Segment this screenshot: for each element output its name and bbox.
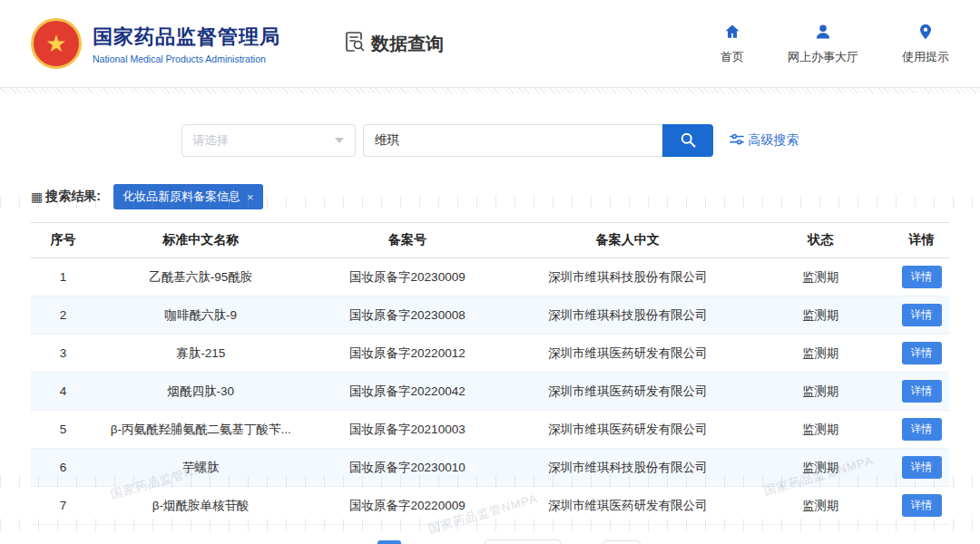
table-row: 1 乙酰基六肽-95酰胺 国妆原备字20230009 深圳市维琪科技股份有限公司… (31, 258, 949, 296)
cell-name: 芋螺肽 (95, 449, 307, 487)
filter-tag: 化妆品新原料备案信息 × (113, 184, 263, 209)
section-title: 数据查询 (342, 30, 444, 58)
nav-item-label: 网上办事大厅 (788, 49, 858, 65)
cell-registrant: 深圳市维琪科技股份有限公司 (508, 258, 747, 296)
cell-index: 5 (31, 411, 95, 449)
column-header-index: 序号 (31, 223, 95, 258)
header: ★ 国家药品监督管理局 National Medical Products Ad… (0, 0, 980, 87)
detail-button[interactable]: 详情 (902, 456, 942, 479)
section-title-label: 数据查询 (371, 32, 444, 56)
nav-item-label: 使用提示 (902, 49, 949, 65)
cell-status: 监测期 (747, 487, 894, 525)
cell-reg-no: 国妆原备字20230008 (307, 296, 509, 335)
cell-index: 6 (31, 449, 95, 487)
chevron-down-icon (335, 138, 344, 143)
cell-registrant: 深圳市维琪科技股份有限公司 (508, 449, 747, 487)
cell-status: 监测期 (747, 373, 894, 411)
detail-button[interactable]: 详情 (902, 304, 942, 326)
cell-registrant: 深圳市维琪医药研发有限公司 (508, 411, 747, 449)
cell-reg-no: 国妆原备字20230010 (307, 449, 509, 487)
column-header-registrant: 备案人中文 (508, 223, 747, 258)
cell-registrant: 深圳市维琪医药研发有限公司 (508, 335, 747, 373)
results-row: ▦ 搜索结果: 化妆品新原料备案信息 × (31, 184, 949, 209)
pagination: 说明 < 1 > 共 7 条 10条/页 前往 页 (0, 539, 980, 544)
cell-name: 烟酰四肽-30 (95, 373, 307, 411)
detail-button[interactable]: 详情 (902, 418, 942, 441)
category-select[interactable]: 请选择 (181, 124, 356, 157)
table-header: 序号 标准中文名称 备案号 备案人中文 状态 详情 (31, 223, 949, 258)
cell-status: 监测期 (747, 258, 894, 296)
cell-status: 监测期 (747, 449, 894, 487)
cell-registrant: 深圳市维琪科技股份有限公司 (508, 296, 747, 335)
column-header-name: 标准中文名称 (95, 223, 307, 258)
pin-icon (916, 23, 935, 44)
cell-reg-no: 国妆原备字20220042 (307, 373, 509, 411)
top-nav: 首页 网上办事大厅 使用提示 (720, 23, 949, 65)
user-icon (814, 23, 832, 44)
filter-tag-label: 化妆品新原料备案信息 (122, 189, 240, 205)
cell-reg-no: 国妆原备字20210003 (307, 411, 509, 449)
nav-item-usage-tips[interactable]: 使用提示 (902, 23, 949, 65)
filter-sliders-icon (730, 132, 744, 150)
cell-name: β-烟酰胺单核苷酸 (95, 487, 307, 525)
cell-index: 4 (31, 373, 95, 411)
emblem-star-icon: ★ (45, 32, 66, 55)
cell-index: 3 (31, 335, 95, 373)
nav-item-label: 首页 (720, 49, 744, 65)
nav-item-home[interactable]: 首页 (720, 23, 744, 65)
detail-button[interactable]: 详情 (902, 494, 942, 517)
org-title-block: 国家药品监督管理局 National Medical Products Admi… (93, 24, 280, 64)
cell-name: 咖啡酰六肽-9 (95, 296, 307, 335)
cell-registrant: 深圳市维琪医药研发有限公司 (508, 373, 747, 411)
tag-close-icon[interactable]: × (247, 190, 254, 204)
results-label: 搜索结果: (45, 189, 101, 205)
category-select-placeholder: 请选择 (193, 132, 229, 149)
cell-reg-no: 国妆原备字20220009 (307, 487, 509, 525)
home-icon (723, 23, 741, 44)
cell-name: 乙酰基六肽-95酰胺 (95, 258, 307, 296)
cell-reg-no: 国妆原备字20230009 (307, 258, 509, 296)
search-button[interactable] (662, 124, 713, 157)
page-size-select[interactable]: 10条/页 (485, 539, 561, 544)
detail-button[interactable]: 详情 (902, 342, 942, 364)
org-name-en: National Medical Products Administration (93, 53, 280, 64)
search-icon (679, 131, 697, 151)
cell-registrant: 深圳市维琪医药研发有限公司 (508, 487, 747, 525)
nmpa-emblem-logo: ★ (31, 18, 82, 69)
table-row: 6 芋螺肽 国妆原备字20230010 深圳市维琪科技股份有限公司 监测期 详情 (31, 449, 949, 487)
goto-page-input[interactable] (603, 540, 641, 544)
current-page-button[interactable]: 1 (377, 540, 401, 544)
table-row: 5 β-丙氨酰羟脯氨酰二氨基丁酸苄... 国妆原备字20210003 深圳市维琪… (31, 411, 949, 449)
table-row: 2 咖啡酰六肽-9 国妆原备字20230008 深圳市维琪科技股份有限公司 监测… (31, 296, 949, 335)
cell-name: β-丙氨酰羟脯氨酰二氨基丁酸苄... (95, 411, 307, 449)
cell-status: 监测期 (747, 335, 894, 373)
search-bar: 请选择 高级搜索 (0, 124, 980, 157)
nmpa-data-query-page: ★ 国家药品监督管理局 National Medical Products Ad… (0, 0, 980, 544)
table-row: 7 β-烟酰胺单核苷酸 国妆原备字20220009 深圳市维琪医药研发有限公司 … (31, 487, 949, 525)
cell-index: 1 (31, 258, 95, 296)
cell-status: 监测期 (747, 411, 894, 449)
cell-name: 寡肽-215 (95, 335, 307, 373)
cell-index: 7 (31, 487, 95, 525)
cell-status: 监测期 (747, 296, 894, 335)
advanced-search-link[interactable]: 高级搜索 (730, 132, 799, 150)
detail-button[interactable]: 详情 (902, 266, 942, 288)
header-divider-pattern (0, 87, 980, 93)
column-header-detail: 详情 (894, 223, 949, 258)
org-name-cn: 国家药品监督管理局 (93, 24, 280, 51)
detail-button[interactable]: 详情 (902, 380, 942, 403)
results-table: 序号 标准中文名称 备案号 备案人中文 状态 详情 1 乙酰基六肽-95酰胺 国… (31, 222, 949, 525)
cell-reg-no: 国妆原备字20220012 (307, 335, 509, 373)
grid-icon: ▦ (31, 189, 43, 204)
column-header-reg-no: 备案号 (307, 223, 509, 258)
search-input[interactable] (363, 124, 662, 157)
table-row: 4 烟酰四肽-30 国妆原备字20220042 深圳市维琪医药研发有限公司 监测… (31, 373, 949, 411)
table-row: 3 寡肽-215 国妆原备字20220012 深圳市维琪医药研发有限公司 监测期… (31, 335, 949, 373)
nav-item-service-hall[interactable]: 网上办事大厅 (788, 23, 858, 65)
column-header-status: 状态 (747, 223, 894, 258)
cell-index: 2 (31, 296, 95, 335)
advanced-search-label: 高级搜索 (749, 132, 799, 149)
data-query-icon (342, 30, 366, 58)
